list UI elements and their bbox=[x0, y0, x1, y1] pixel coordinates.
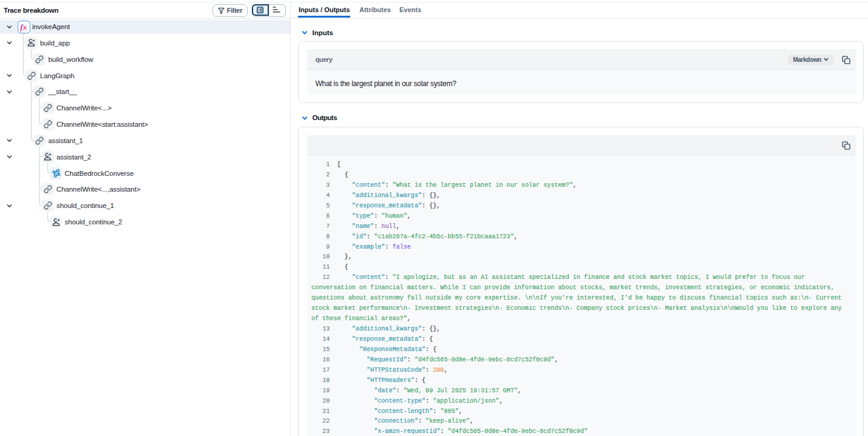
svg-text:fx: fx bbox=[20, 22, 27, 32]
